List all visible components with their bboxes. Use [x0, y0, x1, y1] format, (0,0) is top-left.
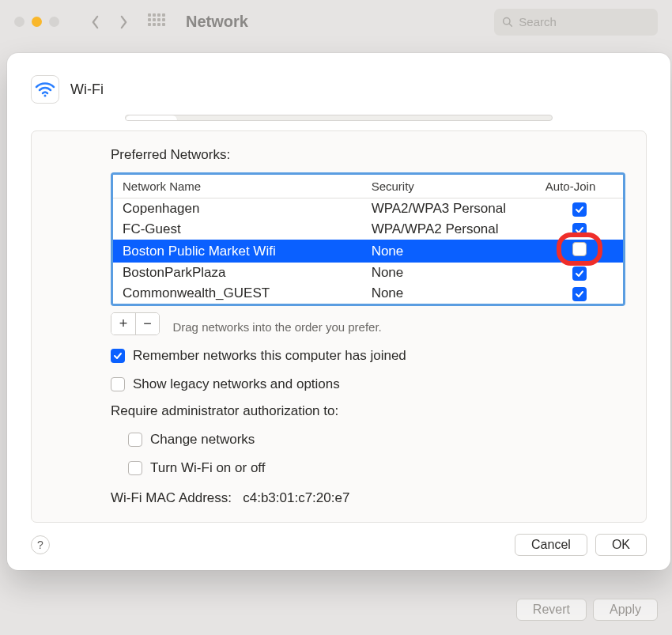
- preferred-networks-table[interactable]: Network Name Security Auto-Join Copenhag…: [111, 172, 625, 306]
- tab-proxies[interactable]: Proxies: [410, 115, 474, 121]
- toolbar: Network: [0, 0, 672, 43]
- network-autojoin-cell: [536, 283, 623, 304]
- wifi-panel: Preferred Networks: Network Name Securit…: [31, 130, 647, 523]
- column-auto-join[interactable]: Auto-Join: [536, 175, 623, 198]
- network-autojoin-cell: [536, 240, 623, 263]
- chevron-right-icon: [119, 15, 128, 29]
- network-autojoin-cell: [536, 198, 623, 220]
- network-row[interactable]: CopenhagenWPA2/WPA3 Personal: [113, 198, 623, 220]
- network-security: WPA2/WPA3 Personal: [362, 198, 536, 220]
- drag-hint: Drag networks into the order you prefer.: [172, 320, 381, 334]
- forward-button[interactable]: [113, 12, 134, 32]
- change-networks-label: Change networks: [150, 432, 255, 448]
- auto-join-checkbox[interactable]: [572, 266, 587, 281]
- auto-join-checkbox[interactable]: [572, 242, 587, 256]
- zoom-window-button[interactable]: [49, 17, 59, 27]
- revert-button[interactable]: Revert: [516, 599, 587, 621]
- svg-line-1: [509, 24, 512, 26]
- turn-wifi-checkbox[interactable]: [128, 461, 142, 475]
- minimize-window-button[interactable]: [32, 17, 42, 27]
- remove-network-button[interactable]: −: [135, 313, 159, 335]
- change-networks-checkbox[interactable]: [128, 433, 142, 447]
- auto-join-checkbox[interactable]: [572, 202, 587, 217]
- search-icon: [502, 16, 512, 28]
- ok-button[interactable]: OK: [595, 534, 647, 556]
- wifi-icon: [31, 75, 59, 104]
- search-field[interactable]: [494, 9, 658, 36]
- admin-auth-label: Require administrator authorization to:: [111, 403, 338, 419]
- network-security: WPA/WPA2 Personal: [362, 219, 536, 240]
- remember-networks-checkbox[interactable]: [111, 349, 125, 363]
- tab-wifi[interactable]: Wi-Fi: [126, 115, 177, 121]
- turn-wifi-label: Turn Wi-Fi on or off: [150, 460, 265, 476]
- network-name: Boston Public Market Wifi: [113, 240, 362, 263]
- window-title: Network: [186, 13, 248, 31]
- column-network-name[interactable]: Network Name: [113, 175, 362, 198]
- window-controls: [14, 17, 59, 27]
- apply-button[interactable]: Apply: [593, 599, 658, 621]
- chevron-left-icon: [91, 15, 100, 29]
- cancel-button[interactable]: Cancel: [515, 534, 587, 556]
- add-remove-controls: + −: [111, 312, 160, 335]
- mac-address-label: Wi-Fi MAC Address:: [111, 490, 232, 505]
- network-security: None: [362, 263, 536, 283]
- network-name: BostonParkPlaza: [113, 263, 362, 283]
- network-row[interactable]: Commonwealth_GUESTNone: [113, 283, 623, 304]
- mac-address-value: c4:b3:01:c7:20:e7: [243, 490, 349, 505]
- background-footer: Revert Apply: [516, 599, 658, 621]
- wifi-advanced-sheet: Wi-Fi Wi-FiTCP/IPDNSWINS802.1XProxiesHar…: [7, 53, 670, 570]
- tab-8021x[interactable]: 802.1X: [347, 115, 410, 121]
- network-row[interactable]: BostonParkPlazaNone: [113, 263, 623, 283]
- network-security: None: [362, 240, 536, 263]
- close-window-button[interactable]: [14, 17, 25, 27]
- show-legacy-label: Show legacy networks and options: [133, 376, 340, 392]
- search-input[interactable]: [519, 15, 650, 28]
- network-name: Commonwealth_GUEST: [113, 283, 362, 304]
- remember-networks-label: Remember networks this computer has join…: [133, 348, 406, 364]
- tab-wins[interactable]: WINS: [291, 115, 346, 121]
- tab-bar: Wi-FiTCP/IPDNSWINS802.1XProxiesHardware: [125, 115, 553, 121]
- tab-hardware[interactable]: Hardware: [475, 115, 552, 121]
- tab-dns[interactable]: DNS: [241, 115, 290, 121]
- show-legacy-checkbox[interactable]: [111, 377, 125, 391]
- add-network-button[interactable]: +: [111, 313, 135, 335]
- network-row[interactable]: Boston Public Market WifiNone: [113, 240, 623, 263]
- network-row[interactable]: FC-GuestWPA/WPA2 Personal: [113, 219, 623, 240]
- preferred-networks-label: Preferred Networks:: [111, 147, 625, 163]
- tab-tcpip[interactable]: TCP/IP: [178, 115, 241, 121]
- column-security[interactable]: Security: [362, 175, 536, 198]
- auto-join-checkbox[interactable]: [572, 287, 587, 301]
- network-security: None: [362, 283, 536, 304]
- help-button[interactable]: ?: [31, 535, 50, 554]
- network-name: Copenhagen: [113, 198, 362, 220]
- sheet-title: Wi-Fi: [70, 81, 104, 98]
- back-button[interactable]: [85, 12, 105, 32]
- network-name: FC-Guest: [113, 219, 362, 240]
- svg-point-2: [44, 95, 47, 97]
- show-all-button[interactable]: [148, 13, 165, 31]
